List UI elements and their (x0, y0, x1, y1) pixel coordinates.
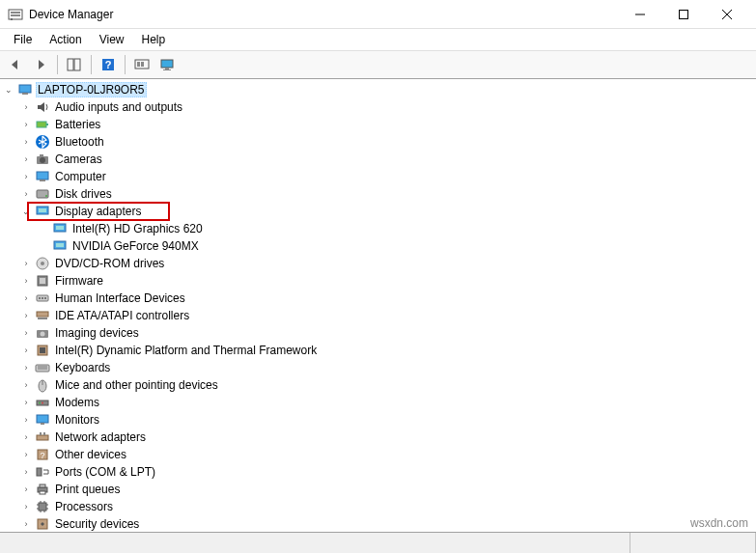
window-controls (618, 1, 748, 28)
svg-rect-65 (37, 468, 42, 476)
svg-point-29 (45, 195, 47, 197)
maximize-button[interactable] (661, 1, 705, 28)
svg-rect-21 (46, 124, 48, 125)
tree-item-label: Network adapters (53, 430, 148, 444)
watermark: wsxdn.com (690, 516, 748, 530)
svg-rect-62 (43, 432, 45, 435)
menu-file[interactable]: File (6, 31, 40, 48)
svg-rect-45 (38, 318, 47, 319)
show-hide-console-button[interactable] (63, 53, 86, 76)
expand-icon[interactable]: › (19, 396, 33, 409)
menu-action[interactable]: Action (42, 31, 89, 48)
tree-item-security[interactable]: › Security devices (0, 515, 756, 532)
expand-icon[interactable]: › (19, 100, 33, 114)
expand-icon[interactable]: › (19, 361, 33, 374)
tree-item-label: Intel(R) HD Graphics 620 (70, 222, 205, 235)
tree-item-label: Display adapters (53, 205, 143, 218)
expand-icon[interactable]: › (19, 291, 33, 305)
tree-item-label: Ports (COM & LPT) (53, 465, 157, 479)
tree-item-hid[interactable]: › Human Interface Devices (0, 290, 756, 307)
tree-item-imaging[interactable]: › Imaging devices (0, 324, 756, 342)
expand-icon[interactable]: › (19, 448, 33, 461)
collapse-icon[interactable]: ⌄ (19, 205, 33, 218)
spacer (37, 239, 50, 253)
tree-item-keyboards[interactable]: › Keyboards (0, 359, 756, 376)
tree-item-disk[interactable]: › Disk drives (0, 185, 756, 203)
svg-rect-1 (11, 12, 20, 14)
tree-item-batteries[interactable]: › Batteries (0, 116, 756, 133)
svg-rect-69 (39, 503, 46, 511)
help-button[interactable]: ? (97, 53, 120, 76)
tree-item-label: NVIDIA GeForce 940MX (70, 239, 201, 253)
expand-icon[interactable]: › (19, 152, 33, 166)
expand-icon[interactable]: › (19, 170, 33, 183)
hid-icon (35, 290, 50, 306)
svg-rect-13 (137, 62, 140, 67)
tree-item-printq[interactable]: › Print queues (0, 481, 756, 498)
svg-rect-8 (68, 59, 73, 70)
tree-item-computer[interactable]: › Computer (0, 168, 756, 185)
tree-item-audio[interactable]: › Audio inputs and outputs (0, 98, 756, 116)
svg-point-47 (41, 332, 45, 337)
monitor-button[interactable] (155, 53, 179, 76)
tree-item-label: Computer (53, 170, 108, 183)
tree-item-dvd[interactable]: › DVD/CD-ROM drives (0, 255, 756, 272)
status-pane (630, 533, 756, 553)
svg-rect-18 (19, 85, 31, 93)
tree-item-ports[interactable]: › Ports (COM & LPT) (0, 463, 756, 481)
tree-item-bluetooth[interactable]: › Bluetooth (0, 133, 756, 151)
tree-item-label: Imaging devices (53, 326, 141, 340)
tree-item-thermal[interactable]: › Intel(R) Dynamic Platform and Thermal … (0, 342, 756, 359)
expand-icon[interactable]: › (19, 517, 33, 531)
tree-item-display-nvidia[interactable]: NVIDIA GeForce 940MX (0, 237, 756, 255)
scan-hardware-button[interactable] (130, 53, 154, 76)
status-pane (0, 533, 630, 553)
expand-icon[interactable]: › (19, 187, 33, 201)
tree-item-mice[interactable]: › Mice and other pointing devices (0, 376, 756, 394)
tree-item-modems[interactable]: › Modems (0, 394, 756, 411)
tree-item-firmware[interactable]: › Firmware (0, 272, 756, 290)
expand-icon[interactable]: › (19, 500, 33, 513)
tree-item-processors[interactable]: › Processors (0, 498, 756, 515)
expand-icon[interactable]: › (19, 135, 33, 149)
tree-item-label: Mice and other pointing devices (53, 378, 220, 392)
expand-icon[interactable]: › (19, 465, 33, 479)
expand-icon[interactable]: › (19, 118, 33, 131)
expand-icon[interactable]: › (19, 257, 33, 270)
tree-item-network[interactable]: › Network adapters (0, 429, 756, 446)
tree-item-display[interactable]: ⌄ Display adapters (0, 203, 756, 220)
firmware-icon (35, 273, 50, 289)
tree-item-display-intel[interactable]: Intel(R) HD Graphics 620 (0, 220, 756, 237)
tree-item-label: Cameras (53, 152, 104, 166)
expand-icon[interactable]: › (19, 326, 33, 340)
monitor-icon (35, 412, 50, 428)
svg-point-24 (40, 157, 45, 163)
expand-icon[interactable]: › (19, 344, 33, 357)
display-adapter-icon (35, 204, 50, 219)
tree-root[interactable]: ⌄ LAPTOP-0LJR9OR5 (0, 81, 756, 98)
back-button[interactable] (4, 53, 27, 76)
close-button[interactable] (705, 1, 748, 28)
menu-help[interactable]: Help (134, 31, 174, 48)
collapse-icon[interactable]: ⌄ (2, 83, 15, 97)
expand-icon[interactable]: › (19, 274, 33, 288)
tree-item-label: Security devices (53, 517, 141, 531)
svg-rect-14 (141, 62, 144, 67)
expand-icon[interactable]: › (19, 309, 33, 322)
tree-item-other[interactable]: › ? Other devices (0, 446, 756, 463)
menu-view[interactable]: View (92, 31, 132, 48)
expand-icon[interactable]: › (19, 378, 33, 392)
tree-item-cameras[interactable]: › Cameras (0, 151, 756, 168)
tree-item-monitors[interactable]: › Monitors (0, 411, 756, 429)
tree-content[interactable]: ⌄ LAPTOP-0LJR9OR5 › Audio inputs and out… (0, 79, 756, 532)
expand-icon[interactable]: › (19, 413, 33, 427)
expand-icon[interactable]: › (19, 483, 33, 496)
svg-rect-31 (39, 208, 46, 212)
expand-icon[interactable]: › (19, 430, 33, 444)
audio-icon (35, 99, 50, 115)
forward-button[interactable] (29, 53, 52, 76)
svg-rect-27 (40, 180, 45, 181)
tree-item-ide[interactable]: › IDE ATA/ATAPI controllers (0, 307, 756, 324)
minimize-button[interactable] (618, 1, 661, 28)
keyboard-icon (35, 360, 50, 375)
